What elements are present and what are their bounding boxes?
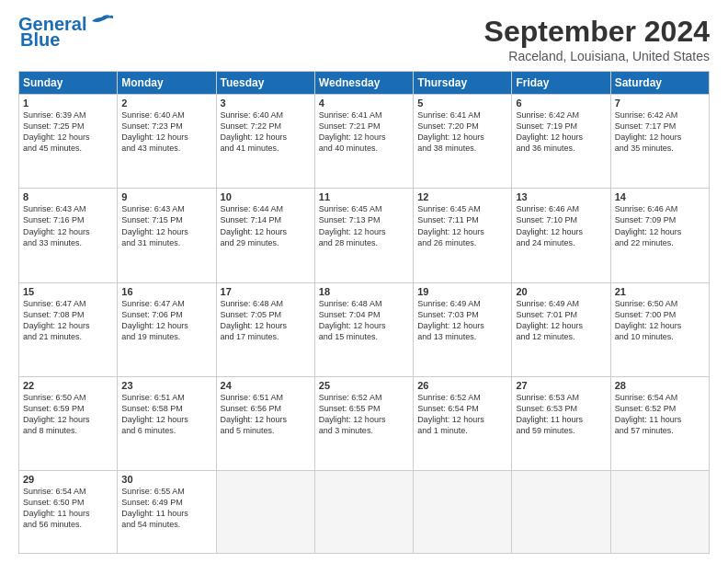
day-info: Sunrise: 6:53 AM Sunset: 6:53 PM Dayligh… [516, 392, 606, 437]
day-info: Sunrise: 6:51 AM Sunset: 6:58 PM Dayligh… [121, 392, 211, 437]
day-info: Sunrise: 6:48 AM Sunset: 7:05 PM Dayligh… [221, 298, 311, 343]
logo-blue-text: Blue [20, 29, 60, 51]
table-row: 15Sunrise: 6:47 AM Sunset: 7:08 PM Dayli… [19, 282, 118, 376]
table-row: 6Sunrise: 6:42 AM Sunset: 7:19 PM Daylig… [512, 95, 610, 189]
day-info: Sunrise: 6:50 AM Sunset: 6:59 PM Dayligh… [23, 392, 113, 437]
day-info: Sunrise: 6:40 AM Sunset: 7:23 PM Dayligh… [121, 109, 211, 155]
day-number: 8 [23, 191, 113, 202]
day-info: Sunrise: 6:40 AM Sunset: 7:22 PM Dayligh… [221, 109, 311, 155]
day-info: Sunrise: 6:52 AM Sunset: 6:54 PM Dayligh… [417, 392, 507, 437]
day-info: Sunrise: 6:45 AM Sunset: 7:11 PM Dayligh… [417, 203, 507, 248]
day-info: Sunrise: 6:55 AM Sunset: 6:49 PM Dayligh… [121, 486, 211, 531]
table-row: 30Sunrise: 6:55 AM Sunset: 6:49 PM Dayli… [118, 471, 216, 554]
day-info: Sunrise: 6:46 AM Sunset: 7:09 PM Dayligh… [615, 203, 705, 248]
day-info: Sunrise: 6:48 AM Sunset: 7:04 PM Dayligh… [319, 298, 409, 343]
day-info: Sunrise: 6:47 AM Sunset: 7:08 PM Dayligh… [23, 298, 113, 343]
day-info: Sunrise: 6:45 AM Sunset: 7:13 PM Dayligh… [319, 203, 409, 248]
table-row: 14Sunrise: 6:46 AM Sunset: 7:09 PM Dayli… [610, 189, 709, 282]
table-row: 7Sunrise: 6:42 AM Sunset: 7:17 PM Daylig… [610, 95, 709, 189]
day-number: 14 [615, 191, 705, 202]
day-number: 28 [615, 380, 705, 391]
day-info: Sunrise: 6:54 AM Sunset: 6:50 PM Dayligh… [23, 486, 113, 531]
col-tuesday: Tuesday [216, 72, 314, 95]
table-row: 23Sunrise: 6:51 AM Sunset: 6:58 PM Dayli… [118, 376, 216, 470]
page: General Blue September 2024 Raceland, Lo… [0, 0, 728, 563]
table-row: 24Sunrise: 6:51 AM Sunset: 6:56 PM Dayli… [216, 376, 314, 470]
day-number: 17 [221, 286, 311, 297]
day-number: 10 [221, 191, 311, 202]
logo: General Blue [18, 15, 114, 51]
col-thursday: Thursday [414, 72, 512, 95]
table-row: 20Sunrise: 6:49 AM Sunset: 7:01 PM Dayli… [512, 282, 610, 376]
calendar-header-row: Sunday Monday Tuesday Wednesday Thursday… [19, 72, 710, 95]
day-number: 7 [615, 98, 705, 109]
day-info: Sunrise: 6:43 AM Sunset: 7:15 PM Dayligh… [121, 203, 211, 248]
table-row [512, 471, 610, 554]
day-number: 25 [319, 380, 409, 391]
table-row: 13Sunrise: 6:46 AM Sunset: 7:10 PM Dayli… [512, 189, 610, 282]
table-row: 5Sunrise: 6:41 AM Sunset: 7:20 PM Daylig… [414, 95, 512, 189]
day-number: 29 [23, 474, 113, 485]
day-info: Sunrise: 6:43 AM Sunset: 7:16 PM Dayligh… [23, 203, 113, 248]
table-row: 17Sunrise: 6:48 AM Sunset: 7:05 PM Dayli… [216, 282, 314, 376]
day-info: Sunrise: 6:52 AM Sunset: 6:55 PM Dayligh… [319, 392, 409, 437]
day-number: 21 [615, 286, 705, 297]
day-number: 30 [121, 474, 211, 485]
table-row: 29Sunrise: 6:54 AM Sunset: 6:50 PM Dayli… [19, 471, 118, 554]
table-row: 25Sunrise: 6:52 AM Sunset: 6:55 PM Dayli… [314, 376, 413, 470]
day-number: 19 [417, 286, 507, 297]
table-row: 22Sunrise: 6:50 AM Sunset: 6:59 PM Dayli… [19, 376, 118, 470]
header: General Blue September 2024 Raceland, Lo… [18, 15, 710, 63]
col-sunday: Sunday [19, 72, 118, 95]
day-number: 4 [319, 98, 409, 109]
day-number: 6 [516, 98, 606, 109]
table-row: 27Sunrise: 6:53 AM Sunset: 6:53 PM Dayli… [512, 376, 610, 470]
table-row [314, 471, 413, 554]
table-row: 2Sunrise: 6:40 AM Sunset: 7:23 PM Daylig… [118, 95, 216, 189]
logo-bird-icon [88, 14, 114, 30]
table-row: 16Sunrise: 6:47 AM Sunset: 7:06 PM Dayli… [118, 282, 216, 376]
day-number: 3 [221, 98, 311, 109]
day-number: 11 [319, 191, 409, 202]
day-info: Sunrise: 6:47 AM Sunset: 7:06 PM Dayligh… [121, 298, 211, 343]
calendar-table: Sunday Monday Tuesday Wednesday Thursday… [18, 71, 710, 554]
day-number: 5 [417, 98, 507, 109]
table-row: 9Sunrise: 6:43 AM Sunset: 7:15 PM Daylig… [118, 189, 216, 282]
table-row: 10Sunrise: 6:44 AM Sunset: 7:14 PM Dayli… [216, 189, 314, 282]
day-info: Sunrise: 6:50 AM Sunset: 7:00 PM Dayligh… [615, 298, 705, 343]
day-info: Sunrise: 6:42 AM Sunset: 7:19 PM Dayligh… [516, 109, 606, 155]
table-row: 18Sunrise: 6:48 AM Sunset: 7:04 PM Dayli… [314, 282, 413, 376]
day-number: 22 [23, 380, 113, 391]
day-number: 23 [121, 380, 211, 391]
day-number: 16 [121, 286, 211, 297]
day-number: 13 [516, 191, 606, 202]
table-row: 28Sunrise: 6:54 AM Sunset: 6:52 PM Dayli… [610, 376, 709, 470]
table-row: 21Sunrise: 6:50 AM Sunset: 7:00 PM Dayli… [610, 282, 709, 376]
table-row [216, 471, 314, 554]
day-number: 15 [23, 286, 113, 297]
day-number: 12 [417, 191, 507, 202]
table-row: 4Sunrise: 6:41 AM Sunset: 7:21 PM Daylig… [314, 95, 413, 189]
day-number: 1 [23, 98, 113, 109]
day-info: Sunrise: 6:49 AM Sunset: 7:01 PM Dayligh… [516, 298, 606, 343]
table-row [414, 471, 512, 554]
day-info: Sunrise: 6:54 AM Sunset: 6:52 PM Dayligh… [615, 392, 705, 437]
month-title: September 2024 [484, 15, 710, 49]
day-info: Sunrise: 6:42 AM Sunset: 7:17 PM Dayligh… [615, 109, 705, 155]
table-row [610, 471, 709, 554]
day-info: Sunrise: 6:41 AM Sunset: 7:20 PM Dayligh… [417, 109, 507, 155]
day-info: Sunrise: 6:39 AM Sunset: 7:25 PM Dayligh… [23, 109, 113, 155]
table-row: 19Sunrise: 6:49 AM Sunset: 7:03 PM Dayli… [414, 282, 512, 376]
day-info: Sunrise: 6:44 AM Sunset: 7:14 PM Dayligh… [221, 203, 311, 248]
location: Raceland, Louisiana, United States [484, 49, 710, 63]
table-row: 8Sunrise: 6:43 AM Sunset: 7:16 PM Daylig… [19, 189, 118, 282]
day-info: Sunrise: 6:41 AM Sunset: 7:21 PM Dayligh… [319, 109, 409, 155]
table-row: 1Sunrise: 6:39 AM Sunset: 7:25 PM Daylig… [19, 95, 118, 189]
table-row: 3Sunrise: 6:40 AM Sunset: 7:22 PM Daylig… [216, 95, 314, 189]
day-number: 24 [221, 380, 311, 391]
day-number: 18 [319, 286, 409, 297]
table-row: 26Sunrise: 6:52 AM Sunset: 6:54 PM Dayli… [414, 376, 512, 470]
col-saturday: Saturday [610, 72, 709, 95]
day-number: 20 [516, 286, 606, 297]
day-info: Sunrise: 6:46 AM Sunset: 7:10 PM Dayligh… [516, 203, 606, 248]
